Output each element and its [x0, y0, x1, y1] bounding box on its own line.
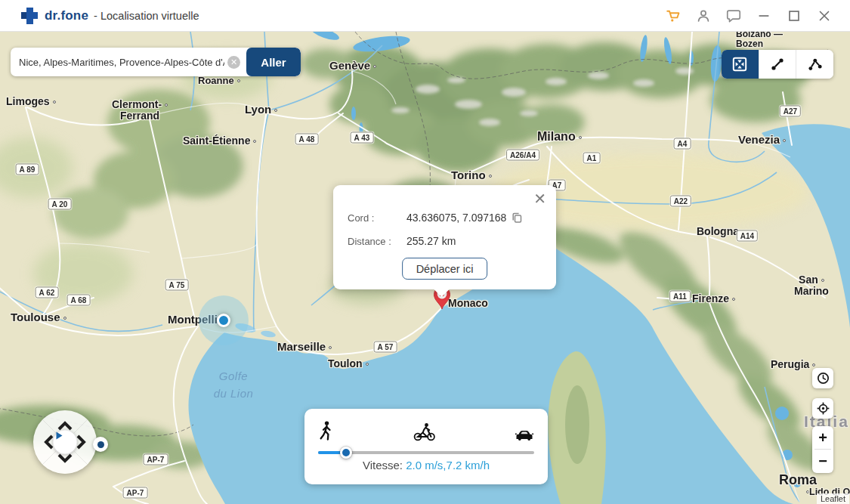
speed-panel: Vitesse: 2.0 m/s,7.2 km/h	[304, 409, 548, 484]
title-bar: dr.fone - Localisation virtuelle	[0, 0, 850, 32]
clear-search-icon[interactable]: ✕	[227, 56, 240, 69]
coordinate-popup: ✕ Cord : 43.636075, 7.097168 Distance : …	[333, 185, 556, 289]
multi-stop-route-icon	[807, 56, 824, 73]
distance-value: 255.27 km	[406, 235, 456, 247]
zoom-out-button[interactable]: −	[812, 450, 833, 472]
close-button[interactable]	[809, 1, 839, 31]
leaflet-attribution[interactable]: Leaflet	[817, 493, 849, 504]
move-here-button[interactable]: Déplacer ici	[402, 258, 488, 280]
multi-stop-route-button[interactable]	[796, 50, 833, 79]
joystick-knob[interactable]	[93, 437, 108, 452]
speed-readout: Vitesse: 2.0 m/s,7.2 km/h	[304, 459, 548, 472]
mode-switcher	[722, 50, 833, 79]
cart-icon	[665, 8, 682, 24]
maximize-button[interactable]	[779, 1, 809, 31]
slider-thumb[interactable]	[340, 447, 352, 459]
brand-name: dr.fone	[45, 8, 88, 23]
search-input[interactable]	[11, 48, 227, 76]
down-arrow-icon	[59, 455, 71, 461]
speed-slider[interactable]	[318, 447, 534, 459]
one-stop-route-icon	[769, 56, 786, 73]
locate-button[interactable]	[812, 398, 833, 419]
copy-icon[interactable]	[511, 212, 523, 224]
popup-close-icon[interactable]: ✕	[533, 191, 546, 206]
feedback-button[interactable]	[719, 1, 749, 31]
map-canvas[interactable]: LimogesClermont-FerrandRoanneLyonSaint-É…	[0, 32, 850, 504]
feedback-icon	[725, 8, 742, 24]
cord-value: 43.636075, 7.097168	[406, 212, 523, 224]
teleport-mode-icon	[731, 56, 748, 73]
direction-pad[interactable]	[33, 410, 97, 474]
close-icon	[816, 8, 833, 24]
current-location-dot	[217, 314, 230, 327]
maximize-icon	[786, 8, 802, 24]
distance-label: Distance :	[348, 236, 391, 247]
zoom-in-button[interactable]: +	[812, 426, 833, 449]
minimize-button[interactable]	[749, 1, 779, 31]
teleport-mode-button[interactable]	[722, 50, 759, 79]
right-arrow-icon	[78, 436, 84, 448]
play-icon	[54, 431, 64, 441]
car-icon[interactable]	[515, 427, 534, 441]
zoom-control: + −	[812, 426, 833, 473]
one-stop-route-button[interactable]	[759, 50, 796, 79]
cart-button[interactable]	[658, 1, 688, 31]
history-button[interactable]	[812, 368, 833, 388]
minimize-icon	[756, 8, 772, 24]
go-button[interactable]: Aller	[246, 48, 301, 76]
left-arrow-icon	[46, 436, 52, 448]
window-title: - Localisation virtuelle	[94, 10, 199, 22]
bicycle-icon[interactable]	[413, 422, 436, 441]
speed-value: 2.0 m/s,7.2 km/h	[406, 459, 490, 472]
account-button[interactable]	[688, 1, 719, 31]
walk-icon[interactable]	[318, 421, 334, 441]
up-arrow-icon	[59, 423, 71, 429]
drfone-logo-icon	[21, 8, 38, 24]
search-bar: ✕ Aller	[11, 48, 301, 76]
cord-label: Cord :	[348, 212, 374, 224]
history-clock-icon	[815, 370, 831, 386]
app-window: dr.fone - Localisation virtuelle	[0, 0, 850, 504]
account-icon	[695, 8, 712, 24]
speed-label: Vitesse:	[363, 459, 403, 472]
play-button[interactable]	[53, 430, 78, 455]
locate-crosshair-icon	[815, 400, 831, 416]
